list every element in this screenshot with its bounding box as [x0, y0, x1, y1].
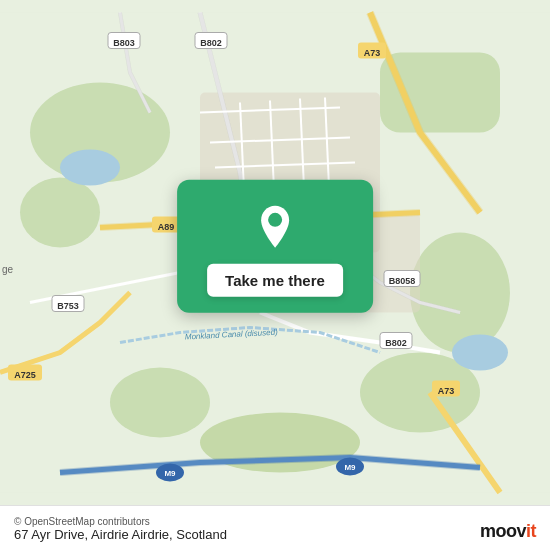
svg-text:M9: M9 [164, 469, 176, 478]
footer-text-group: © OpenStreetMap contributors 67 Ayr Driv… [14, 516, 227, 542]
moovit-logo: moovit [480, 521, 536, 542]
svg-text:B8058: B8058 [389, 276, 416, 286]
svg-text:B803: B803 [113, 38, 135, 48]
navigation-card: Take me there [177, 179, 373, 312]
take-me-there-button[interactable]: Take me there [207, 263, 343, 296]
map-attribution: © OpenStreetMap contributors [14, 516, 227, 527]
svg-point-2 [20, 178, 100, 248]
footer: © OpenStreetMap contributors 67 Ayr Driv… [0, 505, 550, 550]
svg-text:A725: A725 [14, 370, 36, 380]
map-view: A73 A89 B802 B803 B753 B8058 B802 [0, 0, 550, 505]
svg-rect-3 [380, 53, 500, 133]
location-address: 67 Ayr Drive, Airdrie Airdrie, Scotland [14, 527, 227, 542]
svg-text:A89: A89 [158, 222, 175, 232]
moovit-logo-accent: it [526, 521, 536, 541]
svg-text:A73: A73 [364, 48, 381, 58]
svg-point-37 [268, 212, 282, 226]
svg-text:M9: M9 [344, 463, 356, 472]
svg-point-7 [410, 233, 510, 353]
svg-text:B802: B802 [385, 338, 407, 348]
footer-content: © OpenStreetMap contributors 67 Ayr Driv… [14, 516, 536, 542]
svg-text:A73: A73 [438, 386, 455, 396]
svg-text:ge: ge [2, 264, 14, 275]
location-pin-icon [248, 199, 302, 253]
svg-text:B753: B753 [57, 301, 79, 311]
svg-point-9 [452, 335, 508, 371]
app-container: A73 A89 B802 B803 B753 B8058 B802 [0, 0, 550, 550]
svg-point-5 [110, 368, 210, 438]
svg-text:B802: B802 [200, 38, 222, 48]
svg-point-8 [60, 150, 120, 186]
